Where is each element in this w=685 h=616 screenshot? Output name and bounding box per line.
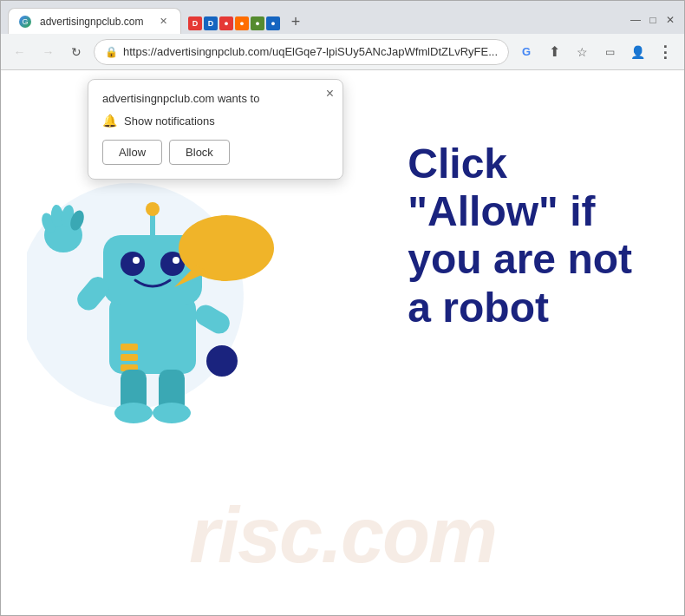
lock-icon: 🔒	[105, 46, 118, 58]
popup-title: advertisingnpclub.com wants to	[102, 92, 329, 105]
nav-icons: G ⬆ ☆ ▭ 👤 ⋮	[514, 40, 677, 64]
main-text-line2: "Allow" if	[408, 187, 632, 235]
tab-title: advertisingnpclub.com	[40, 16, 143, 28]
navigation-bar: ← → ↻ 🔒 https://advertisingnpclub.com/uq…	[1, 34, 684, 70]
bell-icon: 🔔	[102, 114, 117, 128]
svg-point-19	[206, 345, 238, 377]
svg-point-10	[133, 257, 140, 264]
menu-icon[interactable]: ⋮	[653, 40, 677, 64]
address-bar[interactable]: 🔒 https://advertisingnpclub.com/uqElGqe7…	[94, 39, 509, 65]
refresh-button[interactable]: ↻	[65, 40, 88, 64]
share-icon[interactable]: ⬆	[542, 40, 566, 64]
minimize-button[interactable]: —	[629, 13, 643, 27]
svg-rect-3	[121, 354, 138, 361]
profile-icon[interactable]: 👤	[625, 40, 649, 64]
svg-point-7	[146, 202, 160, 216]
svg-rect-2	[121, 344, 138, 351]
svg-point-22	[114, 403, 153, 423]
window-controls: — □ ✕	[629, 13, 677, 34]
svg-rect-1	[109, 296, 196, 374]
allow-button[interactable]: Allow	[102, 140, 162, 165]
main-text-line1: Click	[408, 140, 632, 187]
browser-window: G advertisingnpclub.com ✕ D D ● ● ● ● + …	[0, 0, 685, 616]
google-icon[interactable]: G	[514, 40, 538, 64]
main-text-line4: a robot	[408, 284, 632, 331]
tab-close-button[interactable]: ✕	[156, 15, 170, 29]
cast-icon[interactable]: ▭	[597, 40, 622, 64]
back-button[interactable]: ←	[8, 40, 31, 64]
close-button[interactable]: ✕	[663, 13, 677, 27]
main-text-line3: you are not	[408, 235, 632, 283]
new-tab-button[interactable]: +	[284, 10, 308, 34]
watermark-text: risс.com	[189, 491, 496, 580]
notification-popup: × advertisingnpclub.com wants to 🔔 Show …	[88, 79, 343, 180]
svg-point-8	[121, 252, 145, 276]
block-button[interactable]: Block	[169, 140, 230, 165]
svg-point-23	[153, 403, 191, 423]
url-text: https://advertisingnpclub.com/uqElGqe7-l…	[123, 45, 498, 58]
popup-buttons: Allow Block	[102, 140, 329, 165]
page-content: risс.com	[1, 70, 684, 615]
popup-permission-text: Show notifications	[124, 115, 215, 128]
main-text: Click "Allow" if you are not a robot	[408, 140, 632, 331]
popup-permission-row: 🔔 Show notifications	[102, 114, 329, 128]
forward-button[interactable]: →	[36, 40, 60, 64]
maximize-button[interactable]: □	[646, 13, 660, 27]
tab-bar: G advertisingnpclub.com ✕ D D ● ● ● ● + …	[1, 1, 684, 34]
popup-close-button[interactable]: ×	[326, 87, 334, 101]
active-tab[interactable]: G advertisingnpclub.com ✕	[8, 8, 181, 34]
bookmark-icon[interactable]: ☆	[570, 40, 594, 64]
svg-point-11	[173, 257, 179, 264]
